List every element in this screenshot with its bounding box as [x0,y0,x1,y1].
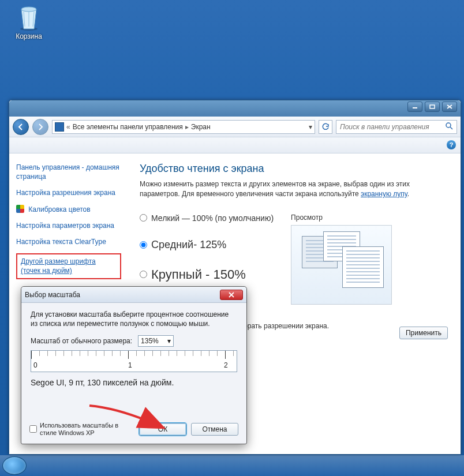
dialog-description: Для установки масштаба выберите процентн… [31,310,237,328]
chevron-right-icon: ▸ [185,123,189,131]
ruler-label-2: 2 [224,361,228,369]
forward-button[interactable] [32,119,48,135]
start-button[interactable] [2,456,27,475]
back-button[interactable] [13,119,29,135]
help-icon[interactable]: ? [447,140,456,149]
refresh-button[interactable] [319,120,332,134]
dialog-title: Выбор масштаба [25,291,80,299]
magnifier-link[interactable]: экранную лупу [361,190,407,198]
page-title: Удобство чтения с экрана [140,163,448,175]
sample-text: Segoe UI, 9 пт, 130 пикселей на дюйм. [31,378,237,387]
window-titlebar[interactable] [9,100,461,117]
cancel-button[interactable]: Отмена [191,423,238,436]
radio-medium-input[interactable] [140,241,147,249]
annotation-highlight: Другой размер шрифта (точек на дюйм) [16,253,121,279]
apply-button[interactable]: Применить [399,327,448,339]
search-input[interactable] [340,123,445,131]
sidebar-item-label: Калибровка цветов [28,205,90,213]
recycle-bin-icon [17,3,41,31]
dialog-close-button[interactable] [220,290,243,300]
scale-ruler[interactable]: 0 1 2 [31,350,237,372]
svg-rect-3 [430,105,435,108]
close-button[interactable] [442,102,457,112]
preview-image [291,225,392,305]
scale-value: 135% [141,337,159,345]
search-box[interactable] [336,120,457,134]
preview-panel: Просмотр [291,213,392,305]
scale-combobox[interactable]: 135% ▾ [138,335,174,347]
radio-small-input[interactable] [140,214,147,222]
svg-line-5 [450,127,452,129]
recycle-bin[interactable]: Корзина [12,3,46,40]
radio-small-label: Мелкий — 100% (по умолчанию) [151,213,274,223]
sidebar-item-calibration[interactable]: Калибровка цветов [16,205,121,214]
radio-small[interactable]: Мелкий — 100% (по умолчанию) [140,213,274,223]
taskbar[interactable] [0,455,464,476]
toolbar: ? [9,137,461,153]
svg-point-1 [21,7,36,12]
ruler-label-0: 0 [33,361,38,369]
radio-large-label: Крупный - 150% [151,267,246,282]
sidebar-item-cleartype[interactable]: Настройка текста ClearType [16,237,121,246]
minimize-button[interactable] [407,102,422,112]
maximize-button[interactable] [425,102,440,112]
address-bar[interactable]: « Все элементы панели управления ▸ Экран… [52,120,315,134]
radio-medium[interactable]: Средний- 125% [140,239,274,251]
sidebar-home[interactable]: Панель управления - домашняя страница [16,163,121,181]
breadcrumb-leaf[interactable]: Экран [191,123,211,131]
chevron-down-icon[interactable]: ▾ [309,123,312,131]
chevron-down-icon: ▾ [167,337,171,345]
sidebar-item-resolution[interactable]: Настройка разрешения экрана [16,188,121,197]
chevron-right-icon: « [66,123,70,131]
preview-label: Просмотр [291,213,392,222]
radio-large-input[interactable] [140,271,147,278]
recycle-bin-label: Корзина [12,32,46,40]
control-panel-icon [55,122,64,132]
dialog-titlebar[interactable]: Выбор масштаба [21,287,246,303]
shield-icon [16,205,24,213]
sidebar-item-display-settings[interactable]: Настройка параметров экрана [16,221,121,230]
xp-style-checkbox[interactable]: Использовать масштабы в стиле Windows XP [29,422,128,437]
sidebar-item-custom-dpi[interactable]: Другой размер шрифта (точек на дюйм) [21,257,117,275]
intro-text: Можно изменить размер текста и других эл… [140,179,448,200]
xp-style-checkbox-label: Использовать масштабы в стиле Windows XP [40,422,128,437]
ok-button[interactable]: ОК [139,423,186,436]
breadcrumb-root[interactable]: Все элементы панели управления [73,123,183,131]
custom-dpi-dialog: Выбор масштаба Для установки масштаба вы… [21,286,247,444]
navigation-bar: « Все элементы панели управления ▸ Экран… [9,117,461,137]
xp-style-checkbox-input[interactable] [29,425,37,433]
scale-label: Масштаб от обычного размера: [31,337,132,345]
svg-point-4 [446,123,451,128]
radio-medium-label: Средний- 125% [151,239,226,251]
ruler-label-1: 1 [128,361,132,369]
radio-large[interactable]: Крупный - 150% [140,267,274,282]
search-icon [445,122,453,132]
